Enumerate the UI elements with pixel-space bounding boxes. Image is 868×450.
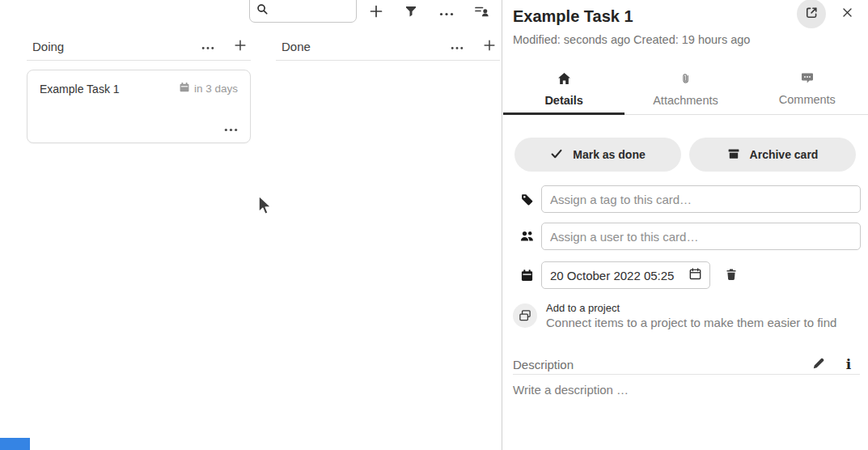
description-header: Description i [513, 354, 858, 374]
archive-card-button[interactable]: Archive card [689, 138, 856, 172]
users-icon [513, 230, 541, 243]
ellipsis-icon [224, 122, 238, 134]
open-date-picker-button[interactable] [684, 265, 705, 286]
assign-tag-row [513, 185, 861, 213]
panel-tabs: Details Attachments Comments [503, 67, 868, 115]
description-divider [513, 374, 860, 375]
tab-comments[interactable]: Comments [747, 67, 868, 114]
funnel-icon [404, 5, 417, 20]
edit-description-button[interactable] [809, 354, 828, 374]
assign-user-row [513, 223, 861, 250]
trash-icon [725, 268, 738, 283]
home-icon [557, 72, 571, 87]
calendar-outline-icon [684, 267, 705, 283]
column-divider [27, 60, 251, 61]
comment-icon [801, 72, 814, 87]
remove-due-date-button[interactable] [721, 265, 742, 286]
project-stack-icon [513, 304, 537, 328]
card-detail-panel: Example Task 1 Modified: seconds ago Cre… [502, 0, 868, 450]
mark-as-done-button[interactable]: Mark as done [514, 138, 681, 172]
column-header-done: Done [276, 36, 500, 57]
ellipsis-icon [451, 40, 464, 53]
assign-user-input[interactable] [541, 223, 861, 250]
panel-meta: Modified: seconds ago Created: 19 hours … [513, 33, 750, 46]
description-placeholder[interactable]: Write a description … [513, 383, 629, 397]
close-panel-button[interactable] [837, 4, 857, 23]
column-title: Doing [27, 40, 197, 53]
user-list-icon [474, 4, 489, 20]
ellipsis-icon [439, 6, 454, 19]
plus-icon [233, 38, 248, 55]
search-input[interactable] [273, 5, 346, 18]
description-label: Description [513, 358, 809, 371]
search-input-wrapper[interactable] [249, 0, 357, 23]
column-doing-add-button[interactable] [230, 36, 251, 57]
panel-title: Example Task 1 [513, 7, 633, 26]
selection-highlight-artifact [0, 438, 30, 450]
add-card-button[interactable] [364, 1, 388, 23]
column-done-menu-button[interactable] [447, 36, 468, 57]
assign-tag-input[interactable] [541, 185, 861, 213]
plus-icon [482, 38, 497, 55]
archive-icon [727, 147, 740, 163]
add-to-project-row[interactable]: Add to a project Connect items to a proj… [513, 302, 836, 329]
mouse-cursor-icon [256, 194, 272, 220]
app-window: Doing Example Task 1 in [0, 0, 868, 450]
card-example-task-1[interactable]: Example Task 1 in 3 days [27, 70, 251, 143]
plus-icon [368, 3, 384, 22]
due-date-field[interactable]: 20 October 2022 05:25 [541, 261, 710, 289]
ellipsis-icon [201, 40, 214, 53]
info-icon: i [846, 356, 851, 372]
search-icon [256, 3, 269, 19]
column-header-doing: Doing [27, 36, 251, 57]
description-info-button[interactable]: i [839, 354, 858, 374]
check-icon [550, 147, 563, 163]
card-due-date: in 3 days [179, 82, 238, 96]
card-actions: Mark as done Archive card [514, 138, 856, 172]
column-done-add-button[interactable] [479, 36, 500, 57]
close-icon [841, 6, 853, 21]
due-date-row: 20 October 2022 05:25 [513, 261, 742, 289]
column-divider [276, 60, 500, 61]
add-to-project-subtitle: Connect items to a project to make them … [546, 316, 836, 329]
tag-icon [513, 193, 541, 206]
board-menu-button[interactable] [434, 1, 459, 23]
calendar-icon [179, 82, 190, 96]
pencil-icon [812, 357, 825, 372]
due-date-value: 20 October 2022 05:25 [550, 269, 684, 282]
tab-attachments[interactable]: Attachments [625, 67, 746, 114]
paperclip-icon [680, 72, 692, 87]
filter-button[interactable] [399, 1, 423, 23]
add-to-project-title: Add to a project [546, 302, 836, 314]
tab-details[interactable]: Details [503, 67, 625, 114]
open-external-icon [805, 6, 819, 22]
column-doing-menu-button[interactable] [197, 36, 218, 57]
column-title: Done [276, 40, 447, 53]
calendar-icon [513, 269, 541, 282]
card-menu-button[interactable] [221, 121, 240, 135]
card-title: Example Task 1 [40, 83, 120, 96]
assignee-filter-button[interactable] [469, 1, 493, 23]
open-in-new-window-button[interactable] [797, 0, 826, 28]
